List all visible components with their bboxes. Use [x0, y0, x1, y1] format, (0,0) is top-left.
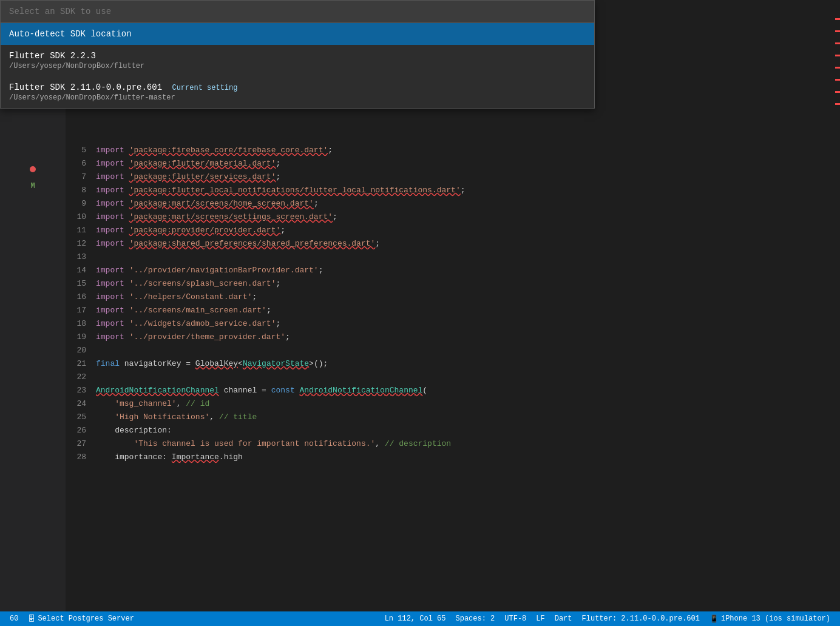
- table-row: 9 import 'package:mart/screens/home_scre…: [66, 199, 767, 212]
- table-row: 24 'msg_channel', // id: [66, 399, 767, 412]
- error-mark: [835, 18, 840, 20]
- sdk-option-title-2110: Flutter SDK 2.11.0-0.0.pre.601 Current s…: [9, 82, 586, 92]
- table-row: 27 'This channel is used for important n…: [66, 439, 767, 453]
- status-eol[interactable]: LF: [531, 611, 549, 626]
- sdk-option-title: Auto-detect SDK location: [9, 29, 586, 39]
- status-language[interactable]: Dart: [550, 611, 577, 626]
- sdk-option-title-223: Flutter SDK 2.2.3: [9, 51, 586, 61]
- table-row: 6 import 'package:flutter/material.dart'…: [66, 159, 767, 172]
- status-server[interactable]: 🗄 Select Postgres Server: [23, 611, 138, 626]
- position-label: Ln 112, Col 65: [385, 614, 446, 623]
- table-row: 5 import 'package:firebase_core/firebase…: [66, 146, 767, 159]
- current-setting-label: Current setting: [172, 84, 237, 92]
- eol-label: LF: [536, 614, 544, 623]
- status-position[interactable]: Ln 112, Col 65: [380, 611, 451, 626]
- spaces-label: Spaces: 2: [455, 614, 495, 623]
- sdk-option-flutter-223[interactable]: Flutter SDK 2.2.3 /Users/yosep/NonDropBo…: [1, 45, 594, 76]
- table-row: 8 import 'package:flutter_local_notifica…: [66, 186, 767, 199]
- error-mark: [835, 67, 840, 69]
- status-bar: 60 🗄 Select Postgres Server Ln 112, Col …: [0, 611, 840, 626]
- table-row: 22: [66, 372, 767, 386]
- status-spaces[interactable]: Spaces: 2: [450, 611, 500, 626]
- server-label: Select Postgres Server: [38, 614, 134, 623]
- error-markers: [835, 0, 840, 597]
- table-row: 11 import 'package:provider/provider.dar…: [66, 226, 767, 239]
- table-row: 26 description:: [66, 426, 767, 439]
- error-mark: [835, 91, 840, 93]
- table-row: 28 importance: Importance.high: [66, 453, 767, 466]
- sdk-dropdown: Auto-detect SDK location Flutter SDK 2.2…: [0, 0, 595, 109]
- table-row: 14 import '../provider/navigationBarProv…: [66, 266, 767, 279]
- encoding-label: UTF-8: [504, 614, 526, 623]
- device-icon: 📱: [710, 614, 719, 624]
- sdk-search-input[interactable]: [1, 1, 594, 23]
- error-dot: [30, 166, 36, 172]
- code-lines: 5 import 'package:firebase_core/firebase…: [66, 146, 767, 466]
- table-row: 20: [66, 346, 767, 359]
- flutter-label: Flutter: 2.11.0-0.0.pre.601: [582, 614, 700, 623]
- sidebar-indicators: M: [30, 164, 36, 190]
- right-panel: [767, 0, 840, 611]
- database-icon: 🗄: [28, 614, 35, 624]
- device-label: iPhone 13 (ios simulator): [721, 614, 830, 623]
- sdk-option-flutter-2110[interactable]: Flutter SDK 2.11.0-0.0.pre.601 Current s…: [1, 76, 594, 108]
- table-row: 7 import 'package:flutter/services.dart'…: [66, 172, 767, 186]
- sdk-option-auto-detect[interactable]: Auto-detect SDK location: [1, 23, 594, 45]
- table-row: 19 import '../provider/theme_provider.da…: [66, 332, 767, 346]
- error-mark: [835, 103, 840, 105]
- error-mark: [835, 55, 840, 56]
- table-row: 17 import '../screens/main_screen.dart';: [66, 306, 767, 319]
- sdk-option-path-2110: /Users/yosep/NonDropBox/flutter-master: [9, 93, 586, 102]
- error-mark: [835, 42, 840, 44]
- table-row: 15 import '../screens/splash_screen.dart…: [66, 279, 767, 292]
- table-row: 10 import 'package:mart/screens/settings…: [66, 212, 767, 226]
- table-row: 25 'High Notifications', // title: [66, 412, 767, 426]
- table-row: 16 import '../helpers/Constant.dart';: [66, 292, 767, 306]
- table-row: 23 AndroidNotificationChannel channel = …: [66, 386, 767, 399]
- table-row: 12 import 'package:shared_preferences/sh…: [66, 239, 767, 252]
- status-flutter[interactable]: Flutter: 2.11.0-0.0.pre.601: [577, 611, 705, 626]
- error-mark: [835, 79, 840, 81]
- status-branch[interactable]: 60: [5, 611, 23, 626]
- table-row: 13: [66, 252, 767, 266]
- sdk-option-path-223: /Users/yosep/NonDropBox/flutter: [9, 62, 586, 70]
- status-device[interactable]: 📱 iPhone 13 (ios simulator): [705, 611, 835, 626]
- status-encoding[interactable]: UTF-8: [500, 611, 531, 626]
- table-row: 21 final navigatorKey = GlobalKey<Naviga…: [66, 359, 767, 372]
- language-label: Dart: [555, 614, 572, 623]
- error-mark: [835, 30, 840, 32]
- modified-indicator: M: [30, 182, 35, 190]
- table-row: 18 import '../widgets/admob_service.dart…: [66, 319, 767, 332]
- branch-number: 60: [10, 614, 18, 623]
